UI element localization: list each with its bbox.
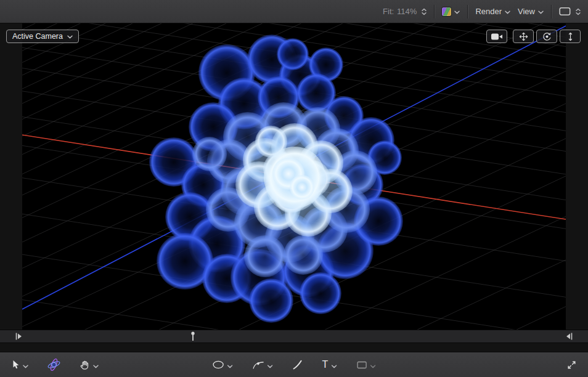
- motion-window: Fit: 114% Render View: [0, 0, 588, 377]
- hand-icon: [80, 360, 90, 370]
- chevron-down-icon: [67, 35, 73, 39]
- chevron-down-icon: [23, 365, 28, 368]
- view-menu[interactable]: View: [518, 7, 544, 16]
- toolbar-separator: [467, 5, 468, 18]
- rectangle-mask-tool-button[interactable]: [354, 360, 377, 370]
- orbit-icon: [542, 32, 552, 41]
- chevron-down-icon: [267, 365, 273, 368]
- video-camera-icon: [491, 33, 503, 41]
- text-tool-icon: T: [322, 360, 329, 370]
- pan-hand-tool-button[interactable]: [78, 359, 100, 371]
- toolbar-gap: [0, 343, 588, 352]
- scrub-left-marker-icon[interactable]: [15, 332, 22, 341]
- color-swatch-icon: [442, 7, 451, 16]
- toolbar-separator: [434, 5, 435, 18]
- transform-3d-icon: [47, 359, 61, 371]
- expand-icon: [567, 360, 576, 370]
- chevron-down-icon: [538, 10, 544, 14]
- 3d-scene: [22, 23, 566, 330]
- chevron-down-icon: [227, 365, 233, 368]
- scrub-right-marker-icon[interactable]: [566, 332, 573, 341]
- canvas-scroll-strip[interactable]: [0, 330, 588, 343]
- orbit-view-button[interactable]: [536, 30, 557, 43]
- text-tool-button[interactable]: T: [321, 359, 339, 371]
- canvas-area: Active Camera: [0, 23, 588, 330]
- shape-tool-button[interactable]: [211, 359, 235, 370]
- zoom-control[interactable]: Fit: 114%: [383, 7, 427, 16]
- view-tools: [486, 30, 581, 43]
- chevron-down-icon: [331, 365, 337, 368]
- display-icon: [559, 7, 571, 16]
- zoom-stepper-icon[interactable]: [422, 8, 427, 15]
- chevron-down-icon: [93, 365, 99, 368]
- select-arrow-icon: [12, 360, 20, 370]
- layout-stepper-icon[interactable]: [576, 8, 581, 15]
- left-tools-group: [10, 357, 100, 372]
- chevron-down-icon: [454, 10, 460, 14]
- tools-toolbar: T: [0, 352, 588, 377]
- render-menu[interactable]: Render: [475, 7, 510, 16]
- pan-view-button[interactable]: [513, 30, 534, 43]
- oval-icon: [213, 360, 224, 369]
- playhead-marker[interactable]: [190, 331, 196, 341]
- view-label: View: [518, 7, 535, 16]
- window-layout-control[interactable]: [559, 7, 581, 16]
- sphere-cluster: [149, 34, 403, 323]
- expand-canvas-button[interactable]: [565, 359, 578, 371]
- camera-select-button[interactable]: Active Camera: [6, 30, 79, 43]
- canvas-toolbar: Fit: 114% Render View: [0, 0, 588, 23]
- paint-stroke-tool-button[interactable]: [291, 359, 304, 371]
- center-tools-group: T: [211, 359, 378, 371]
- zoom-value: 114%: [397, 7, 417, 16]
- rectangle-icon: [356, 361, 367, 369]
- fit-label: Fit:: [383, 7, 394, 16]
- transform-3d-tool-button[interactable]: [45, 357, 63, 372]
- dolly-view-button[interactable]: [560, 30, 581, 43]
- pan-icon: [519, 32, 528, 41]
- render-label: Render: [475, 7, 502, 16]
- camera-select-label: Active Camera: [12, 32, 63, 41]
- select-tool-button[interactable]: [10, 359, 30, 371]
- dolly-icon: [568, 32, 573, 41]
- camera-tools-group: [513, 30, 581, 43]
- bezier-tool-button[interactable]: [251, 359, 275, 371]
- toolbar-separator: [551, 5, 552, 18]
- camera-view-button[interactable]: [486, 30, 507, 43]
- paint-stroke-icon: [293, 360, 303, 370]
- chevron-down-icon: [370, 365, 375, 368]
- chevron-down-icon: [505, 10, 510, 14]
- channel-view-menu[interactable]: [442, 7, 460, 16]
- bezier-pen-icon: [253, 360, 264, 370]
- canvas-viewport[interactable]: [22, 23, 566, 330]
